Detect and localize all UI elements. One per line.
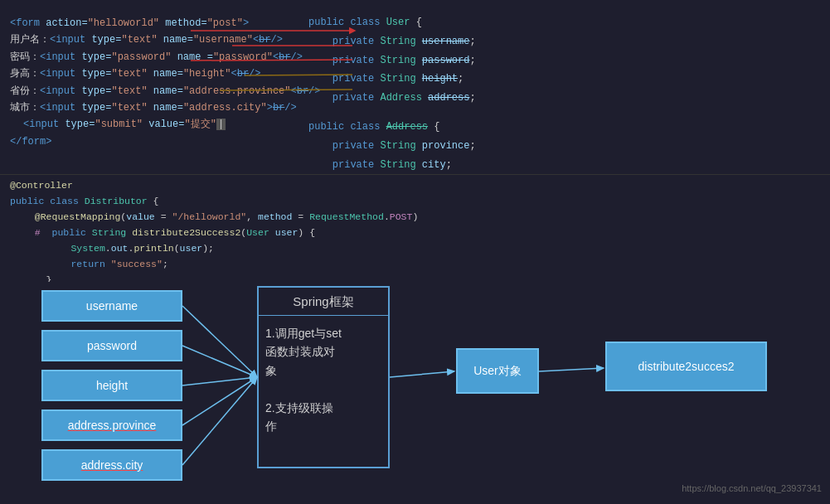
- svg-line-9: [182, 377, 257, 465]
- svg-line-6: [182, 346, 257, 377]
- spring-title: Spring框架: [259, 288, 388, 316]
- java-user-password: private String password;: [308, 51, 476, 70]
- html-line-6: 城市：<input type="text" name="address.city…: [10, 99, 321, 116]
- java-address-class: public class Address {: [308, 118, 476, 137]
- distribute-box: distribute2succes2: [605, 342, 767, 391]
- svg-line-5: [182, 306, 257, 377]
- java-user-class: public class User {: [308, 13, 476, 32]
- java-user-address: private Address address;: [308, 89, 476, 108]
- html-line-3: 密码：<input type="password" name ="passwor…: [10, 49, 321, 65]
- html-code: <form action="helloworld" method="post">…: [0, 8, 331, 174]
- java-code: public class User { private String usern…: [299, 7, 486, 181]
- return-success: return "success";: [10, 257, 820, 273]
- html-line-7: <input type="submit" value="提交"|: [10, 116, 321, 133]
- diagram-section: username password height address.provinc…: [0, 282, 830, 497]
- watermark: https://blog.csdn.net/qq_23937341: [682, 483, 822, 493]
- input-height: height: [41, 370, 182, 401]
- code-section: <form action="helloworld" method="post">…: [0, 0, 830, 174]
- input-username: username: [41, 290, 182, 322]
- svg-line-11: [539, 368, 604, 371]
- svg-line-8: [182, 377, 257, 425]
- svg-line-10: [390, 371, 454, 377]
- java-address-province: private String province;: [308, 137, 476, 156]
- spring-framework-box: Spring框架 1.调用get与set函数封装成对象2.支持级联操作: [257, 286, 390, 468]
- controller-section: @Controller public class Distributor { @…: [0, 174, 830, 282]
- class-distributor: public class Distributor {: [10, 194, 820, 210]
- java-user-username: private String username;: [308, 32, 476, 51]
- input-address-city: address.city: [41, 449, 182, 481]
- spring-content: 1.调用get与set函数封装成对象2.支持级联操作: [259, 316, 388, 443]
- input-address-province: address.province: [41, 410, 182, 441]
- svg-line-7: [182, 377, 257, 385]
- html-line-1: <form action="helloworld" method="post">: [10, 15, 321, 32]
- request-mapping: @RequestMapping(value = "/helloworld", m…: [10, 210, 820, 225]
- java-user-height: private String height;: [308, 70, 476, 89]
- println: System.out.println(user);: [10, 241, 820, 257]
- java-address-city: private String city;: [308, 156, 476, 175]
- input-fields-group: username password height address.provinc…: [41, 290, 182, 481]
- user-object-box: User对象: [456, 348, 539, 394]
- html-line-8: </form>: [10, 133, 321, 150]
- html-line-2: 用户名：<input type="text" name="username"<b…: [10, 32, 321, 48]
- html-line-4: 身高：<input type="text" name="height"<br/>: [10, 65, 321, 82]
- method-distribute: # public String distribute2Success2(User…: [10, 225, 820, 241]
- input-password: password: [41, 330, 182, 361]
- html-line-5: 省份：<input type="text" name="address.prov…: [10, 83, 321, 99]
